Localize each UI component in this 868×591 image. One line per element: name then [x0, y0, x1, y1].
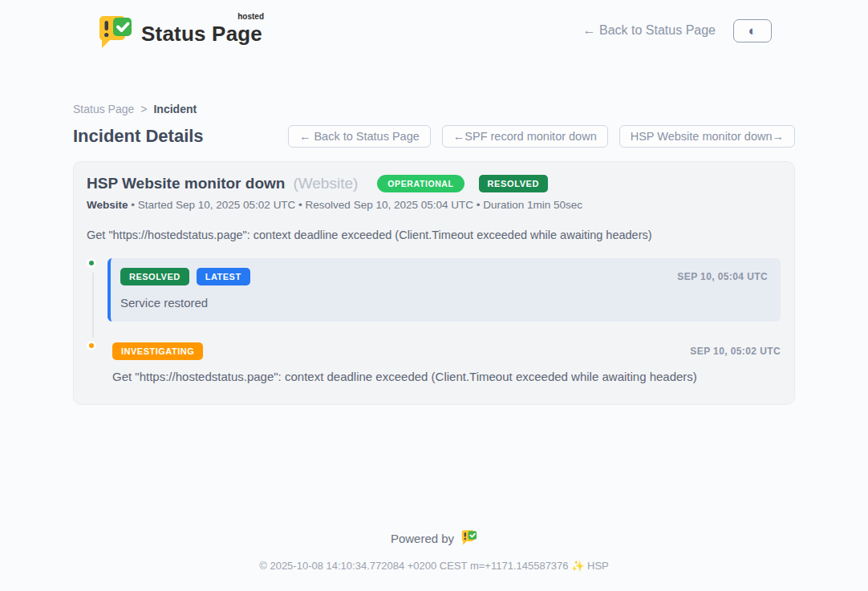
timeline-item-header: RESOLVED LATEST SEP 10, 05:04 UTC	[120, 268, 768, 285]
header-right: ← Back to Status Page ◐	[583, 19, 772, 43]
incident-meta-details: • Started Sep 10, 2025 05:02 UTC • Resol…	[128, 199, 583, 211]
breadcrumb: Status Page > Incident	[73, 103, 795, 115]
resolved-badge: RESOLVED	[120, 268, 189, 285]
incident-title: HSP Website monitor down	[87, 175, 285, 192]
timeline-dot-resolved	[87, 258, 96, 268]
brand-text-wrap: Status Page hosted	[141, 15, 262, 47]
theme-toggle-button[interactable]: ◐	[733, 19, 772, 43]
next-incident-button[interactable]: HSP Website monitor down→	[619, 125, 795, 148]
timeline-dot-investigating	[87, 341, 96, 350]
timeline-timestamp: SEP 10, 05:04 UTC	[677, 271, 768, 282]
status-page-mini-logo-icon[interactable]	[460, 528, 477, 548]
half-circle-contrast-icon: ◐	[748, 23, 756, 38]
timeline-item-investigating: INVESTIGATING SEP 10, 05:02 UTC Get "htt…	[107, 341, 781, 383]
incident-description: Get "https://hostedstatus.page": context…	[87, 229, 781, 241]
timeline-message: Get "https://hostedstatus.page": context…	[112, 370, 781, 383]
prev-incident-button[interactable]: ←SPF record monitor down	[442, 125, 608, 148]
incident-nav-buttons: ← Back to Status Page ←SPF record monito…	[288, 125, 795, 148]
incident-card: HSP Website monitor down (Website) OPERA…	[73, 161, 795, 405]
incident-card-header: HSP Website monitor down (Website) OPERA…	[87, 175, 781, 192]
brand-hosted-label: hosted	[237, 12, 264, 21]
timeline-message: Service restored	[120, 296, 768, 310]
timeline-item-resolved: RESOLVED LATEST SEP 10, 05:04 UTC Servic…	[107, 258, 781, 322]
brand-logo-link[interactable]: Status Page hosted	[96, 12, 262, 49]
header-back-link[interactable]: ← Back to Status Page	[583, 23, 716, 38]
breadcrumb-status-page[interactable]: Status Page	[73, 103, 134, 115]
copyright-line: © 2025-10-08 14:10:34.772084 +0200 CEST …	[0, 560, 868, 572]
breadcrumb-incident: Incident	[153, 103, 197, 115]
header: Status Page hosted ← Back to Status Page…	[0, 0, 868, 50]
resolved-status-badge: RESOLVED	[479, 175, 549, 192]
timeline-highlight-box: RESOLVED LATEST SEP 10, 05:04 UTC Servic…	[107, 258, 781, 322]
breadcrumb-separator: >	[140, 103, 147, 115]
timeline-plain-entry: INVESTIGATING SEP 10, 05:02 UTC Get "htt…	[107, 341, 781, 383]
incident-meta: Website • Started Sep 10, 2025 05:02 UTC…	[87, 199, 781, 211]
footer: Powered by © 2025-10-08 14:10:34.772084 …	[0, 528, 868, 572]
brand-name: Status Page	[141, 22, 262, 46]
investigating-badge: INVESTIGATING	[112, 342, 203, 360]
powered-by-label: Powered by	[391, 532, 454, 545]
timeline-item-header: INVESTIGATING SEP 10, 05:02 UTC	[112, 342, 781, 360]
timeline-timestamp: SEP 10, 05:02 UTC	[690, 346, 781, 357]
page-title: Incident Details	[73, 126, 204, 147]
incident-timeline: RESOLVED LATEST SEP 10, 05:04 UTC Servic…	[87, 258, 781, 383]
incident-component: (Website)	[293, 175, 358, 192]
operational-status-badge: OPERATIONAL	[377, 175, 464, 192]
back-to-status-page-button[interactable]: ← Back to Status Page	[288, 125, 431, 148]
powered-by: Powered by	[0, 528, 868, 548]
title-row: Incident Details ← Back to Status Page ←…	[73, 125, 795, 148]
main-content: Status Page > Incident Incident Details …	[73, 103, 795, 405]
status-page-logo-icon	[96, 12, 133, 49]
latest-badge: LATEST	[197, 268, 250, 285]
timeline-connector-line	[92, 273, 94, 338]
incident-meta-component: Website	[87, 199, 128, 211]
